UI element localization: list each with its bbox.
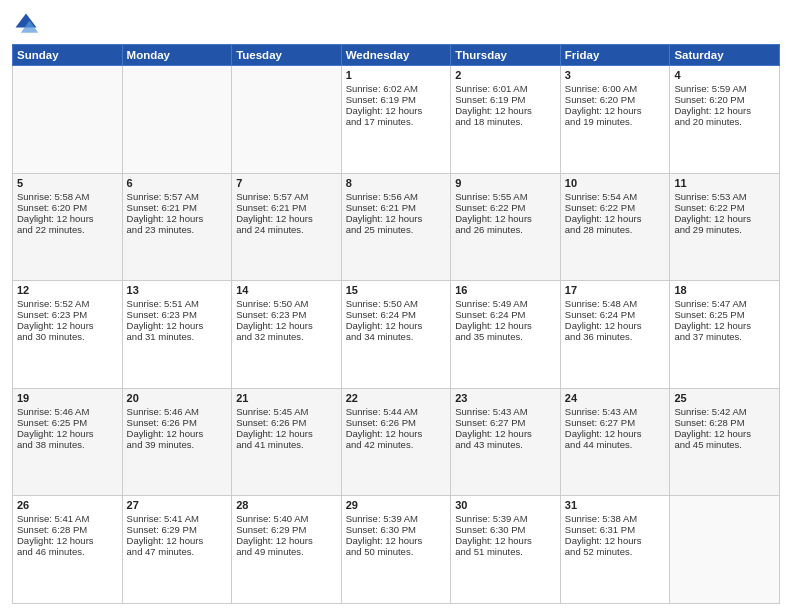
day-info: Sunrise: 5:47 AM [674, 298, 775, 309]
calendar-body: 1Sunrise: 6:02 AMSunset: 6:19 PMDaylight… [13, 66, 780, 604]
day-info: Sunrise: 5:52 AM [17, 298, 118, 309]
day-cell: 28Sunrise: 5:40 AMSunset: 6:29 PMDayligh… [232, 496, 342, 604]
day-info: Sunrise: 5:43 AM [455, 406, 556, 417]
day-info: Sunrise: 5:44 AM [346, 406, 447, 417]
day-info: Sunset: 6:21 PM [236, 202, 337, 213]
day-number: 17 [565, 284, 666, 296]
week-row-4: 19Sunrise: 5:46 AMSunset: 6:25 PMDayligh… [13, 388, 780, 496]
header-cell-friday: Friday [560, 45, 670, 66]
header-cell-tuesday: Tuesday [232, 45, 342, 66]
day-info: Sunrise: 6:02 AM [346, 83, 447, 94]
day-info: Sunset: 6:27 PM [455, 417, 556, 428]
day-info: Sunrise: 5:50 AM [346, 298, 447, 309]
day-info: Daylight: 12 hours [565, 213, 666, 224]
day-info: Sunrise: 5:51 AM [127, 298, 228, 309]
day-cell: 11Sunrise: 5:53 AMSunset: 6:22 PMDayligh… [670, 173, 780, 281]
day-info: and 30 minutes. [17, 331, 118, 342]
day-info: Sunrise: 5:40 AM [236, 513, 337, 524]
day-cell [232, 66, 342, 174]
day-cell [122, 66, 232, 174]
day-number: 3 [565, 69, 666, 81]
day-cell: 6Sunrise: 5:57 AMSunset: 6:21 PMDaylight… [122, 173, 232, 281]
day-number: 6 [127, 177, 228, 189]
week-row-3: 12Sunrise: 5:52 AMSunset: 6:23 PMDayligh… [13, 281, 780, 389]
day-info: Daylight: 12 hours [17, 535, 118, 546]
day-info: Daylight: 12 hours [236, 213, 337, 224]
day-cell [670, 496, 780, 604]
day-info: Sunrise: 5:56 AM [346, 191, 447, 202]
day-info: and 20 minutes. [674, 116, 775, 127]
day-info: Daylight: 12 hours [346, 105, 447, 116]
day-cell: 17Sunrise: 5:48 AMSunset: 6:24 PMDayligh… [560, 281, 670, 389]
day-number: 19 [17, 392, 118, 404]
day-info: Sunset: 6:26 PM [127, 417, 228, 428]
day-info: and 31 minutes. [127, 331, 228, 342]
day-info: and 49 minutes. [236, 546, 337, 557]
day-info: Sunset: 6:28 PM [17, 524, 118, 535]
day-info: and 37 minutes. [674, 331, 775, 342]
day-cell: 25Sunrise: 5:42 AMSunset: 6:28 PMDayligh… [670, 388, 780, 496]
day-info: and 52 minutes. [565, 546, 666, 557]
day-info: Sunrise: 5:45 AM [236, 406, 337, 417]
day-info: Sunset: 6:29 PM [127, 524, 228, 535]
day-info: and 39 minutes. [127, 439, 228, 450]
week-row-1: 1Sunrise: 6:02 AMSunset: 6:19 PMDaylight… [13, 66, 780, 174]
day-info: Sunrise: 5:41 AM [127, 513, 228, 524]
day-cell: 23Sunrise: 5:43 AMSunset: 6:27 PMDayligh… [451, 388, 561, 496]
day-number: 5 [17, 177, 118, 189]
day-info: Sunset: 6:24 PM [455, 309, 556, 320]
day-info: Sunset: 6:30 PM [346, 524, 447, 535]
header-cell-monday: Monday [122, 45, 232, 66]
week-row-5: 26Sunrise: 5:41 AMSunset: 6:28 PMDayligh… [13, 496, 780, 604]
day-info: Sunset: 6:19 PM [346, 94, 447, 105]
day-info: Daylight: 12 hours [17, 320, 118, 331]
header-cell-wednesday: Wednesday [341, 45, 451, 66]
day-info: Sunset: 6:21 PM [346, 202, 447, 213]
day-info: Sunrise: 5:49 AM [455, 298, 556, 309]
day-info: Daylight: 12 hours [455, 105, 556, 116]
day-info: and 46 minutes. [17, 546, 118, 557]
day-info: Sunrise: 5:53 AM [674, 191, 775, 202]
day-info: Sunrise: 6:00 AM [565, 83, 666, 94]
day-number: 10 [565, 177, 666, 189]
day-info: and 42 minutes. [346, 439, 447, 450]
day-number: 23 [455, 392, 556, 404]
logo-icon [12, 10, 40, 38]
day-info: Sunrise: 5:55 AM [455, 191, 556, 202]
day-info: Daylight: 12 hours [127, 535, 228, 546]
day-number: 15 [346, 284, 447, 296]
day-number: 16 [455, 284, 556, 296]
day-info: and 26 minutes. [455, 224, 556, 235]
day-info: Sunrise: 5:58 AM [17, 191, 118, 202]
logo [12, 10, 46, 38]
page: SundayMondayTuesdayWednesdayThursdayFrid… [0, 0, 792, 612]
day-info: Sunset: 6:30 PM [455, 524, 556, 535]
day-cell: 3Sunrise: 6:00 AMSunset: 6:20 PMDaylight… [560, 66, 670, 174]
day-number: 20 [127, 392, 228, 404]
day-info: Daylight: 12 hours [455, 320, 556, 331]
day-info: and 36 minutes. [565, 331, 666, 342]
day-info: Sunrise: 5:48 AM [565, 298, 666, 309]
day-info: Daylight: 12 hours [346, 535, 447, 546]
day-number: 27 [127, 499, 228, 511]
day-info: Sunset: 6:19 PM [455, 94, 556, 105]
day-info: Sunset: 6:24 PM [565, 309, 666, 320]
day-info: and 43 minutes. [455, 439, 556, 450]
day-info: Sunrise: 5:39 AM [346, 513, 447, 524]
day-info: Daylight: 12 hours [236, 320, 337, 331]
day-info: Daylight: 12 hours [455, 535, 556, 546]
day-number: 4 [674, 69, 775, 81]
day-number: 11 [674, 177, 775, 189]
day-info: Daylight: 12 hours [565, 428, 666, 439]
day-info: Sunset: 6:21 PM [127, 202, 228, 213]
day-cell: 20Sunrise: 5:46 AMSunset: 6:26 PMDayligh… [122, 388, 232, 496]
day-info: and 38 minutes. [17, 439, 118, 450]
day-number: 8 [346, 177, 447, 189]
calendar-header: SundayMondayTuesdayWednesdayThursdayFrid… [13, 45, 780, 66]
header-cell-thursday: Thursday [451, 45, 561, 66]
day-info: and 28 minutes. [565, 224, 666, 235]
day-cell: 9Sunrise: 5:55 AMSunset: 6:22 PMDaylight… [451, 173, 561, 281]
day-info: Sunrise: 5:42 AM [674, 406, 775, 417]
day-info: Daylight: 12 hours [127, 428, 228, 439]
day-number: 31 [565, 499, 666, 511]
